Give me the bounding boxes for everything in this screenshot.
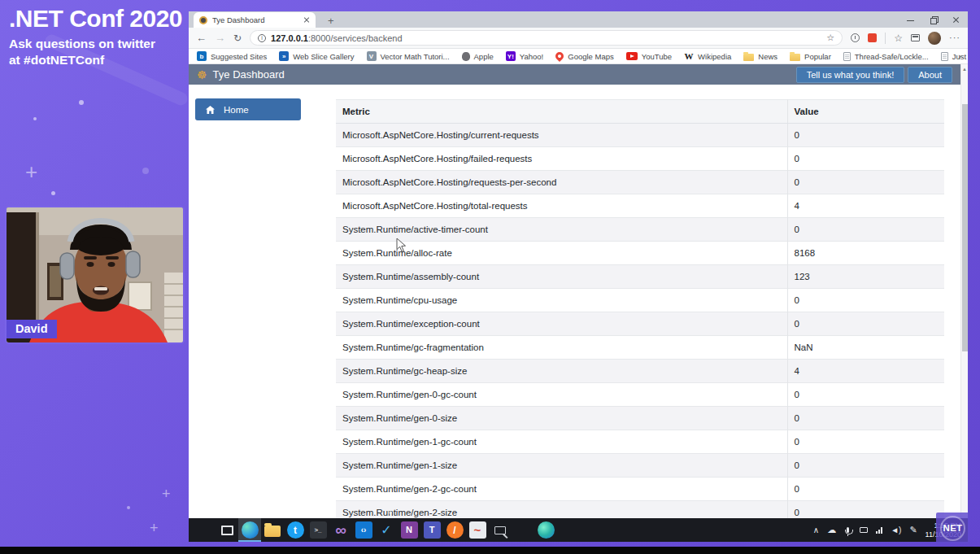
tab-close-icon[interactable] <box>303 17 310 24</box>
apple-icon <box>462 52 470 61</box>
extension-red-icon[interactable] <box>868 33 877 42</box>
favorites-bar-icon[interactable]: ☆ <box>894 33 903 44</box>
url-path: :8000/services/backend <box>308 33 403 43</box>
table-row: System.Runtime/gen-0-size0 <box>336 407 944 430</box>
perf-monitor-icon[interactable]: ~ <box>466 518 489 542</box>
onenote-icon[interactable]: N <box>398 518 420 542</box>
yahoo-icon: Y! <box>506 51 516 61</box>
bookmark-label: Web Slice Gallery <box>293 52 354 61</box>
device-icon[interactable] <box>860 527 868 533</box>
edge-icon[interactable] <box>238 518 261 542</box>
feedback-button[interactable]: Tell us what you think! <box>796 67 905 83</box>
event-subtitle: Ask questions on twitterat #dotNETConf <box>9 36 176 68</box>
metric-value: 123 <box>787 265 944 289</box>
bookmark-item[interactable]: YouTube <box>626 52 672 61</box>
network-signal-icon[interactable] <box>876 527 882 534</box>
forward-icon[interactable]: → <box>215 33 225 43</box>
bookmark-item[interactable]: Google Maps <box>555 52 614 61</box>
metric-name: Microsoft.AspNetCore.Hosting/current-req… <box>336 124 787 147</box>
sidebar-item-home[interactable]: Home <box>195 98 301 120</box>
metric-value: 0 <box>787 383 944 407</box>
todo-check-icon[interactable]: ✓ <box>375 518 398 542</box>
pen-icon[interactable]: ✎ <box>909 526 917 534</box>
extension-clock-icon[interactable] <box>851 33 860 42</box>
new-tab-button[interactable]: + <box>324 15 338 26</box>
url-host: 127.0.0.1 <box>271 33 308 43</box>
bookmark-label: News <box>758 52 777 61</box>
page-scrollbar[interactable]: ▲ <box>960 64 968 518</box>
profile-avatar[interactable] <box>928 32 941 45</box>
file-explorer-icon[interactable] <box>261 518 284 542</box>
bookmark-item[interactable]: Apple <box>462 52 494 61</box>
close-button[interactable] <box>952 16 960 24</box>
bookmark-item[interactable]: »Web Slice Gallery <box>279 51 354 61</box>
restore-button[interactable] <box>930 16 937 24</box>
volume-icon[interactable]: ◄) <box>891 526 901 534</box>
tab-title: Tye Dashboard <box>212 15 298 24</box>
screen: + + + .NET Conf 2020 Ask questions on tw… <box>0 0 980 554</box>
bookmark-item[interactable]: Just A Dash <box>941 52 968 61</box>
window-controls <box>907 11 963 28</box>
table-row: Microsoft.AspNetCore.Hosting/requests-pe… <box>336 171 944 194</box>
clock-app-icon[interactable]: / <box>443 518 466 542</box>
bookmark-item[interactable]: WWikipedia <box>684 51 731 61</box>
tray-expand-icon[interactable]: ∧ <box>813 526 819 534</box>
refresh-icon[interactable]: ↻ <box>233 33 242 43</box>
taskbar: t>_∞‹›✓NT/~ ∧☁◄)✎ 1:15 PM 11/10/2020 <box>189 518 968 542</box>
table-row: Microsoft.AspNetCore.Hosting/failed-requ… <box>336 147 944 171</box>
onedrive-icon[interactable]: ☁ <box>827 526 836 534</box>
metric-value: 0 <box>787 289 944 312</box>
minimize-button[interactable] <box>907 16 914 24</box>
app-header: ☸ Tye Dashboard Tell us what you think! … <box>189 64 960 85</box>
edge-dev-icon[interactable] <box>534 518 557 542</box>
bookmark-label: Suggested Sites <box>211 52 267 61</box>
microphone-icon[interactable] <box>847 527 849 533</box>
browser-menu-icon[interactable]: ··· <box>949 33 960 42</box>
start-button[interactable] <box>193 518 216 542</box>
twitter-icon[interactable]: t <box>284 518 307 542</box>
decor-dot <box>142 168 149 174</box>
column-header-value: Value <box>787 100 944 124</box>
bookmarks-overflow-icon[interactable]: › <box>958 51 961 61</box>
powertoys-icon[interactable] <box>512 518 534 542</box>
back-icon[interactable]: ← <box>196 33 207 43</box>
task-view-button[interactable] <box>216 518 238 542</box>
wikipedia-icon: W <box>684 51 694 61</box>
table-row: System.Runtime/gen-2-size0 <box>336 501 944 519</box>
address-bar[interactable]: 127.0.0.1:8000/services/backend ☆ <box>250 30 843 46</box>
bookmark-item[interactable]: News <box>743 52 777 61</box>
browser-window: Tye Dashboard + ← → ↻ 127.0.0.1:8000/ser… <box>189 11 968 518</box>
metric-name: System.Runtime/gen-1-size <box>336 454 787 478</box>
teams-icon[interactable]: T <box>420 518 443 542</box>
metric-value: 0 <box>787 312 944 336</box>
table-row: System.Runtime/cpu-usage0 <box>336 289 944 312</box>
scrollbar-up-icon[interactable]: ▲ <box>961 67 968 72</box>
vscode-icon[interactable]: ‹› <box>352 518 375 542</box>
table-row: System.Runtime/gen-1-gc-count0 <box>336 430 944 454</box>
decor-plus: + <box>162 486 171 501</box>
scrollbar-thumb[interactable] <box>962 104 968 351</box>
taskbar-apps: t>_∞‹›✓NT/~ <box>193 518 557 542</box>
metric-name: System.Runtime/gen-2-gc-count <box>336 478 787 501</box>
mouse-cursor <box>396 238 407 253</box>
bookmark-item[interactable]: Popular <box>790 52 831 61</box>
event-branding: .NET Conf 2020 Ask questions on twittera… <box>9 5 182 68</box>
terminal-icon[interactable]: >_ <box>307 518 329 542</box>
favorite-star-icon[interactable]: ☆ <box>826 33 834 43</box>
metric-value: 0 <box>787 124 944 147</box>
metric-name: System.Runtime/gen-2-size <box>336 501 787 519</box>
snip-sketch-icon[interactable] <box>489 518 512 542</box>
table-row: System.Runtime/exception-count0 <box>336 312 944 336</box>
metric-name: System.Runtime/gen-1-gc-count <box>336 430 787 454</box>
browser-tab[interactable]: Tye Dashboard <box>194 12 316 28</box>
bookmark-item[interactable]: VVector Math Tutori... <box>367 51 450 61</box>
bookmark-item[interactable]: Y!Yahoo! <box>506 51 543 61</box>
toolbar-divider <box>885 33 886 44</box>
site-info-icon[interactable] <box>258 34 266 42</box>
visual-studio-icon[interactable]: ∞ <box>329 518 352 542</box>
collections-icon[interactable] <box>911 34 920 41</box>
table-row: System.Runtime/gc-heap-size4 <box>336 360 944 383</box>
bookmark-item[interactable]: bSuggested Sites <box>197 51 267 61</box>
about-button[interactable]: About <box>908 67 952 83</box>
bookmark-item[interactable]: Thread-Safe/Lockle... <box>843 52 929 61</box>
